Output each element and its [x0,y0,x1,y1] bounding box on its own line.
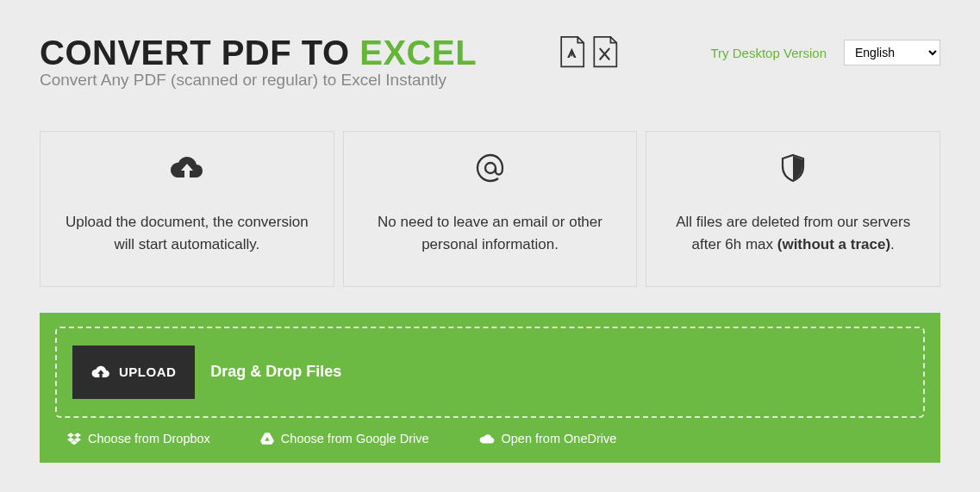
feature-text-suffix: . [890,236,895,252]
dropbox-label: Choose from Dropbox [88,432,210,445]
cloud-upload-icon [91,364,110,380]
feature-card-privacy: All files are deleted from our servers a… [646,131,940,287]
drag-drop-label: Drag & Drop Files [210,363,341,381]
upload-button[interactable]: UPLOAD [72,346,195,399]
upload-button-label: UPLOAD [119,364,176,379]
language-select[interactable]: English [844,40,940,65]
title-accent: EXCEL [359,34,477,72]
cloud-upload-icon [63,151,311,185]
title-prefix: CONVERT PDF TO [40,34,359,72]
pdf-xls-icon [557,34,624,71]
page-title: CONVERT PDF TO EXCEL [40,34,477,71]
google-drive-icon [260,433,274,445]
choose-gdrive-link[interactable]: Choose from Google Drive [260,432,429,445]
pdf-excel-logo [557,34,624,71]
upload-zone: UPLOAD Drag & Drop Files Choose from Dro… [40,313,940,463]
dropbox-icon [67,433,81,445]
feature-text-bold: (without a trace) [777,236,890,252]
try-desktop-link[interactable]: Try Desktop Version [711,46,827,60]
onedrive-icon [479,433,495,444]
onedrive-label: Open from OneDrive [502,432,617,445]
svg-point-3 [485,163,496,173]
choose-dropbox-link[interactable]: Choose from Dropbox [67,432,210,445]
shield-icon [669,151,917,185]
subtitle: Convert Any PDF (scanned or regular) to … [40,71,477,90]
dropzone[interactable]: UPLOAD Drag & Drop Files [55,327,925,418]
feature-text: No need to leave an email or other perso… [366,211,615,257]
open-onedrive-link[interactable]: Open from OneDrive [479,432,617,445]
feature-card-no-email: No need to leave an email or other perso… [343,131,638,287]
at-sign-icon [366,151,615,185]
svg-rect-0 [571,52,572,56]
feature-text: Upload the document, the conversion will… [63,211,311,257]
feature-text: All files are deleted from our servers a… [669,211,917,257]
gdrive-label: Choose from Google Drive [281,432,429,445]
feature-card-upload: Upload the document, the conversion will… [40,131,334,287]
